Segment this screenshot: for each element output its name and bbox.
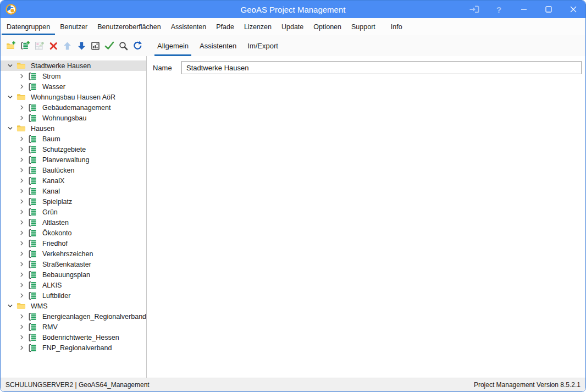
menu-item-benutzer[interactable]: Benutzer: [55, 18, 92, 35]
tree-item-wohnungsbau[interactable]: Wohnungsbau: [1, 113, 146, 123]
tree-item-luftbilder[interactable]: Luftbilder: [1, 290, 146, 301]
tree-item-strom[interactable]: Strom: [1, 71, 146, 81]
name-input[interactable]: [181, 61, 582, 74]
tree-item-spielplatz[interactable]: Spielplatz: [1, 196, 146, 207]
new-datagroup-icon: [20, 41, 30, 51]
tree-item-altlasten[interactable]: Altlasten: [1, 217, 146, 228]
chevron-right-icon[interactable]: [18, 187, 25, 195]
chevron-right-icon[interactable]: [18, 208, 25, 216]
chevron-right-icon[interactable]: [18, 198, 25, 206]
chevron-right-icon[interactable]: [18, 219, 25, 227]
chevron-down-icon[interactable]: [6, 93, 14, 101]
tab-allgemein[interactable]: Allgemein: [154, 35, 191, 56]
delete-button[interactable]: [49, 41, 58, 51]
tree-item-friedhof[interactable]: Friedhof: [1, 238, 146, 249]
tree-item-geb-udemanagement[interactable]: Gebäudemanagement: [1, 102, 146, 113]
tree-item-label: Energieanlagen_Regionalverband: [42, 313, 146, 321]
tree-item-schutzgebiete[interactable]: Schutzgebiete: [1, 144, 146, 154]
tree-item-hausen[interactable]: Hausen: [1, 123, 146, 134]
report-button[interactable]: [91, 41, 100, 51]
close-button[interactable]: [561, 1, 585, 18]
tree-item-bebauungsplan[interactable]: Bebauungsplan: [1, 269, 146, 280]
new-datagroup-button[interactable]: [20, 41, 30, 51]
folder-icon: [16, 62, 26, 70]
search-button[interactable]: [119, 41, 128, 51]
chevron-right-icon[interactable]: [18, 156, 25, 164]
chevron-right-icon[interactable]: [18, 344, 25, 352]
tree-item-planverwaltung[interactable]: Planverwaltung: [1, 154, 146, 165]
tree-item-label: Bebauungsplan: [42, 271, 90, 279]
menu-item-label: Lizenzen: [244, 23, 272, 31]
chevron-right-icon[interactable]: [18, 313, 25, 321]
tree-item-kokonto[interactable]: Ökokonto: [1, 228, 146, 238]
datagroup-icon: [27, 103, 37, 112]
chevron-right-icon[interactable]: [18, 271, 25, 279]
chevron-down-icon[interactable]: [6, 62, 14, 70]
chevron-right-icon[interactable]: [18, 73, 25, 80]
tree-item-kanalx[interactable]: KanalX: [1, 175, 146, 186]
chevron-right-icon[interactable]: [18, 135, 25, 143]
datagroup-icon: [27, 229, 37, 238]
move-up-button[interactable]: [63, 41, 72, 51]
chevron-right-icon[interactable]: [18, 104, 25, 112]
search-icon: [119, 41, 128, 51]
help-button[interactable]: ?: [487, 1, 511, 18]
datagroup-icon: [27, 270, 37, 279]
tree-item-baul-cken[interactable]: Baulücken: [1, 165, 146, 175]
tree-item-wohnungsbau-hausen-a-r[interactable]: Wohnungsbau Hausen AöR: [1, 92, 146, 102]
tree-item-verkehrszeichen[interactable]: Verkehrszeichen: [1, 249, 146, 259]
chevron-right-icon[interactable]: [18, 334, 25, 341]
menu-item-lizenzen[interactable]: Lizenzen: [239, 18, 277, 35]
tree-item-wasser[interactable]: Wasser: [1, 81, 146, 92]
menu-item-assistenten[interactable]: Assistenten: [166, 18, 212, 35]
tab-label: Assistenten: [200, 42, 236, 50]
datagroup-icon: [27, 333, 37, 342]
tree-item-energieanlagen-regionalverband[interactable]: Energieanlagen_Regionalverband: [1, 311, 146, 322]
tab-im-export[interactable]: Im/Export: [245, 35, 281, 56]
tree-item-gr-n[interactable]: Grün: [1, 207, 146, 217]
tree-item-rmv[interactable]: RMV: [1, 322, 146, 332]
new-folder-button[interactable]: [6, 41, 16, 51]
chevron-down-icon[interactable]: [6, 125, 14, 132]
menu-item-benutzeroberfl-chen[interactable]: Benutzeroberflächen: [92, 18, 165, 35]
tree-item-kanal[interactable]: Kanal: [1, 186, 146, 196]
chevron-right-icon[interactable]: [18, 177, 25, 185]
tree-item-fnp-regionalverband[interactable]: FNP_Regionalverband: [1, 343, 146, 353]
chevron-right-icon[interactable]: [18, 114, 25, 122]
chevron-right-icon[interactable]: [18, 240, 25, 247]
chevron-right-icon[interactable]: [18, 167, 25, 174]
chevron-right-icon[interactable]: [18, 261, 25, 268]
chevron-right-icon[interactable]: [18, 146, 25, 153]
chevron-down-icon[interactable]: [6, 302, 14, 310]
menu-item-info[interactable]: Info: [386, 18, 407, 35]
new-map-button[interactable]: [35, 41, 45, 51]
tree-item-baum[interactable]: Baum: [1, 134, 146, 144]
menu-item-optionen[interactable]: Optionen: [308, 18, 346, 35]
menu-item-pfade[interactable]: Pfade: [211, 18, 239, 35]
apply-button[interactable]: [104, 41, 114, 51]
folder-icon: [16, 93, 26, 102]
refresh-button[interactable]: [132, 41, 142, 51]
chevron-right-icon[interactable]: [18, 250, 25, 258]
minimize-button[interactable]: [511, 1, 536, 18]
tab-assistenten[interactable]: Assistenten: [197, 35, 239, 56]
menu-item-support[interactable]: Support: [346, 18, 380, 35]
chevron-right-icon[interactable]: [18, 83, 25, 91]
tree-item-stra-enkataster[interactable]: Straßenkataster: [1, 259, 146, 269]
tree-item-bodenrichtwerte-hessen[interactable]: Bodenrichtwerte_Hessen: [1, 332, 146, 343]
menu-item-datengruppen[interactable]: Datengruppen: [2, 18, 55, 35]
chevron-right-icon[interactable]: [18, 292, 25, 300]
maximize-button[interactable]: [536, 1, 561, 18]
tree-item-label: Planverwaltung: [42, 156, 89, 164]
tree-item-label: Bodenrichtwerte_Hessen: [42, 334, 119, 341]
statusbar: SCHULUNGSERVER2 | GeoAS64_Management Pro…: [1, 378, 585, 391]
tree-item-alkis[interactable]: ALKIS: [1, 280, 146, 290]
chevron-right-icon[interactable]: [18, 323, 25, 331]
tree-item-wms[interactable]: WMS: [1, 301, 146, 311]
tree-item-stadtwerke-hausen[interactable]: Stadtwerke Hausen: [1, 60, 146, 71]
move-down-button[interactable]: [76, 41, 86, 51]
chevron-right-icon[interactable]: [18, 281, 25, 289]
menu-item-update[interactable]: Update: [277, 18, 308, 35]
login-button[interactable]: [462, 1, 487, 18]
chevron-right-icon[interactable]: [18, 229, 25, 237]
